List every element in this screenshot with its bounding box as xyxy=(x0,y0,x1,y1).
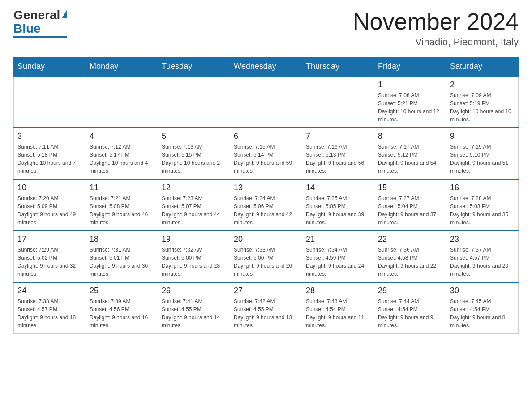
calendar-cell: 30Sunrise: 7:45 AMSunset: 4:54 PMDayligh… xyxy=(446,282,519,334)
day-info: Sunrise: 7:20 AMSunset: 5:09 PMDaylight:… xyxy=(17,194,82,227)
day-number: 29 xyxy=(378,286,442,295)
day-info: Sunrise: 7:31 AMSunset: 5:01 PMDaylight:… xyxy=(90,246,154,278)
day-number: 27 xyxy=(234,286,298,295)
day-number: 1 xyxy=(378,80,442,90)
day-number: 11 xyxy=(90,183,154,193)
day-info: Sunrise: 7:21 AMSunset: 5:08 PMDaylight:… xyxy=(90,194,154,227)
day-info: Sunrise: 7:41 AMSunset: 4:55 PMDaylight:… xyxy=(162,297,226,330)
day-number: 25 xyxy=(90,286,154,295)
calendar-cell: 19Sunrise: 7:32 AMSunset: 5:00 PMDayligh… xyxy=(158,231,230,282)
calendar-cell: 13Sunrise: 7:24 AMSunset: 5:06 PMDayligh… xyxy=(230,179,302,231)
day-number: 3 xyxy=(17,132,82,141)
calendar-cell: 28Sunrise: 7:43 AMSunset: 4:54 PMDayligh… xyxy=(302,282,374,334)
calendar-header-saturday: Saturday xyxy=(446,57,519,77)
calendar-cell: 17Sunrise: 7:29 AMSunset: 5:02 PMDayligh… xyxy=(14,231,86,282)
day-info: Sunrise: 7:39 AMSunset: 4:56 PMDaylight:… xyxy=(90,297,154,330)
day-number: 10 xyxy=(17,183,82,193)
day-info: Sunrise: 7:23 AMSunset: 5:07 PMDaylight:… xyxy=(162,194,226,227)
day-info: Sunrise: 7:34 AMSunset: 4:59 PMDaylight:… xyxy=(306,246,370,278)
day-number: 22 xyxy=(378,235,442,244)
day-number: 15 xyxy=(378,183,442,193)
day-info: Sunrise: 7:13 AMSunset: 5:15 PMDaylight:… xyxy=(162,143,226,175)
day-number: 18 xyxy=(90,235,154,244)
location-subtitle: Vinadio, Piedmont, Italy xyxy=(353,36,519,48)
calendar-cell: 6Sunrise: 7:15 AMSunset: 5:14 PMDaylight… xyxy=(230,128,302,179)
calendar-header-row: SundayMondayTuesdayWednesdayThursdayFrid… xyxy=(14,57,519,77)
day-info: Sunrise: 7:43 AMSunset: 4:54 PMDaylight:… xyxy=(306,297,370,330)
day-info: Sunrise: 7:33 AMSunset: 5:00 PMDaylight:… xyxy=(234,246,298,278)
day-number: 16 xyxy=(450,183,515,193)
calendar-cell xyxy=(302,76,374,128)
calendar-cell: 9Sunrise: 7:19 AMSunset: 5:10 PMDaylight… xyxy=(446,128,519,179)
day-info: Sunrise: 7:11 AMSunset: 5:18 PMDaylight:… xyxy=(17,143,82,175)
day-number: 20 xyxy=(234,235,298,244)
calendar-cell: 18Sunrise: 7:31 AMSunset: 5:01 PMDayligh… xyxy=(86,231,158,282)
calendar-cell xyxy=(158,76,230,128)
calendar-header-monday: Monday xyxy=(86,57,158,77)
calendar-cell: 12Sunrise: 7:23 AMSunset: 5:07 PMDayligh… xyxy=(158,179,230,231)
day-number: 7 xyxy=(306,132,370,141)
calendar-week-row-3: 10Sunrise: 7:20 AMSunset: 5:09 PMDayligh… xyxy=(14,179,519,231)
day-info: Sunrise: 7:29 AMSunset: 5:02 PMDaylight:… xyxy=(17,246,82,278)
day-info: Sunrise: 7:32 AMSunset: 5:00 PMDaylight:… xyxy=(162,246,226,278)
calendar-cell: 3Sunrise: 7:11 AMSunset: 5:18 PMDaylight… xyxy=(14,128,86,179)
day-number: 17 xyxy=(17,235,82,244)
calendar-cell: 26Sunrise: 7:41 AMSunset: 4:55 PMDayligh… xyxy=(158,282,230,334)
calendar-cell: 14Sunrise: 7:25 AMSunset: 5:05 PMDayligh… xyxy=(302,179,374,231)
day-info: Sunrise: 7:08 AMSunset: 5:21 PMDaylight:… xyxy=(378,91,442,124)
day-info: Sunrise: 7:25 AMSunset: 5:05 PMDaylight:… xyxy=(306,194,370,227)
day-info: Sunrise: 7:24 AMSunset: 5:06 PMDaylight:… xyxy=(234,194,298,227)
calendar-header-friday: Friday xyxy=(374,57,446,77)
day-info: Sunrise: 7:37 AMSunset: 4:57 PMDaylight:… xyxy=(450,246,515,278)
month-title: November 2024 xyxy=(353,9,519,34)
calendar-header-wednesday: Wednesday xyxy=(230,57,302,77)
calendar-week-row-5: 24Sunrise: 7:38 AMSunset: 4:57 PMDayligh… xyxy=(14,282,519,334)
day-info: Sunrise: 7:15 AMSunset: 5:14 PMDaylight:… xyxy=(234,143,298,175)
day-number: 12 xyxy=(162,183,226,193)
day-number: 19 xyxy=(162,235,226,244)
day-info: Sunrise: 7:16 AMSunset: 5:13 PMDaylight:… xyxy=(306,143,370,175)
day-info: Sunrise: 7:44 AMSunset: 4:54 PMDaylight:… xyxy=(378,297,442,330)
calendar-week-row-1: 1Sunrise: 7:08 AMSunset: 5:21 PMDaylight… xyxy=(14,76,519,128)
calendar-cell: 20Sunrise: 7:33 AMSunset: 5:00 PMDayligh… xyxy=(230,231,302,282)
calendar-table: SundayMondayTuesdayWednesdayThursdayFrid… xyxy=(13,57,519,334)
day-info: Sunrise: 7:36 AMSunset: 4:58 PMDaylight:… xyxy=(378,246,442,278)
day-info: Sunrise: 7:38 AMSunset: 4:57 PMDaylight:… xyxy=(17,297,82,330)
calendar-cell: 7Sunrise: 7:16 AMSunset: 5:13 PMDaylight… xyxy=(302,128,374,179)
day-number: 2 xyxy=(450,80,515,90)
calendar-cell: 11Sunrise: 7:21 AMSunset: 5:08 PMDayligh… xyxy=(86,179,158,231)
calendar-cell: 1Sunrise: 7:08 AMSunset: 5:21 PMDaylight… xyxy=(374,76,446,128)
day-number: 23 xyxy=(450,235,515,244)
calendar-cell: 15Sunrise: 7:27 AMSunset: 5:04 PMDayligh… xyxy=(374,179,446,231)
day-info: Sunrise: 7:28 AMSunset: 5:03 PMDaylight:… xyxy=(450,194,515,227)
logo-blue-text: Blue xyxy=(13,22,41,35)
calendar-header-tuesday: Tuesday xyxy=(158,57,230,77)
calendar-cell xyxy=(86,76,158,128)
day-number: 8 xyxy=(378,132,442,141)
calendar-week-row-2: 3Sunrise: 7:11 AMSunset: 5:18 PMDaylight… xyxy=(14,128,519,179)
calendar-cell: 23Sunrise: 7:37 AMSunset: 4:57 PMDayligh… xyxy=(446,231,519,282)
day-number: 28 xyxy=(306,286,370,295)
calendar-cell: 16Sunrise: 7:28 AMSunset: 5:03 PMDayligh… xyxy=(446,179,519,231)
day-number: 13 xyxy=(234,183,298,193)
day-info: Sunrise: 7:42 AMSunset: 4:55 PMDaylight:… xyxy=(234,297,298,330)
title-section: November 2024 Vinadio, Piedmont, Italy xyxy=(353,9,519,48)
logo: General Blue xyxy=(13,9,67,38)
logo-underline xyxy=(13,36,67,38)
day-info: Sunrise: 7:12 AMSunset: 5:17 PMDaylight:… xyxy=(90,143,154,175)
calendar-header-sunday: Sunday xyxy=(14,57,86,77)
calendar-cell: 10Sunrise: 7:20 AMSunset: 5:09 PMDayligh… xyxy=(14,179,86,231)
day-number: 9 xyxy=(450,132,515,141)
day-info: Sunrise: 7:27 AMSunset: 5:04 PMDaylight:… xyxy=(378,194,442,227)
calendar-cell: 8Sunrise: 7:17 AMSunset: 5:12 PMDaylight… xyxy=(374,128,446,179)
calendar-header-thursday: Thursday xyxy=(302,57,374,77)
day-number: 24 xyxy=(17,286,82,295)
calendar-cell xyxy=(14,76,86,128)
calendar-cell: 29Sunrise: 7:44 AMSunset: 4:54 PMDayligh… xyxy=(374,282,446,334)
calendar-cell: 2Sunrise: 7:09 AMSunset: 5:19 PMDaylight… xyxy=(446,76,519,128)
day-info: Sunrise: 7:17 AMSunset: 5:12 PMDaylight:… xyxy=(378,143,442,175)
logo-triangle-icon xyxy=(62,10,67,18)
day-number: 30 xyxy=(450,286,515,295)
calendar-cell xyxy=(230,76,302,128)
day-number: 4 xyxy=(90,132,154,141)
